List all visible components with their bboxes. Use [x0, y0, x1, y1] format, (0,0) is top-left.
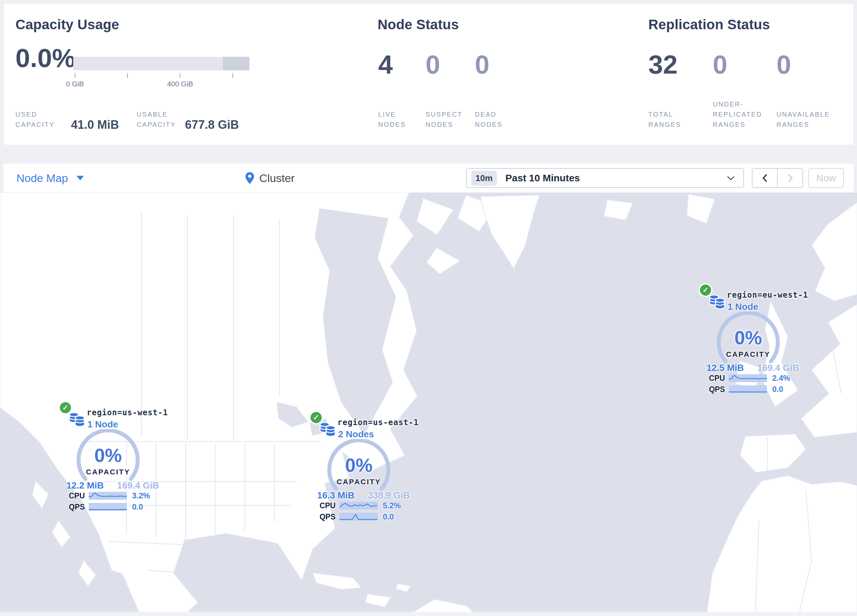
now-button[interactable]: Now	[808, 168, 844, 188]
locality-region-label: region=eu-west-1	[727, 290, 808, 300]
time-range-select[interactable]: 10m Past 10 Minutes	[466, 168, 744, 188]
view-selector-dropdown[interactable]: Node Map	[16, 164, 84, 193]
capacity-usage-bar	[73, 57, 249, 70]
axis-tick-label-400: 400 GiB	[157, 80, 203, 88]
total-capacity: 338.9 GiB	[367, 490, 410, 501]
locality-node-count: 1 Node	[87, 419, 118, 430]
locality-node-count: 1 Node	[727, 302, 758, 312]
time-range-value: Past 10 Minutes	[505, 173, 727, 184]
qps-label: QPS	[67, 503, 85, 511]
locality-marker-eu-west-1[interactable]: region=eu-west-1 1 Node 0% CAPACITY 12.5…	[700, 284, 802, 398]
qps-value: 0.0	[772, 385, 783, 394]
locality-node-count: 2 Nodes	[338, 429, 374, 440]
time-pager	[752, 168, 803, 188]
cpu-sparkline	[89, 492, 127, 500]
total-capacity: 169.4 GiB	[116, 480, 159, 491]
total-ranges-count: 32	[648, 49, 678, 80]
cpu-label: CPU	[707, 374, 725, 383]
total-capacity: 169.4 GiB	[756, 363, 799, 373]
live-nodes-count: 4	[378, 49, 393, 80]
used-capacity-value: 41.0 MiB	[71, 118, 119, 132]
capacity-label: CAPACITY	[715, 350, 781, 359]
cpu-value: 3.2%	[132, 491, 150, 500]
map-toolbar: Node Map Cluster 10m Past 10 Minutes	[3, 164, 854, 193]
capacity-percent: 0%	[326, 454, 392, 476]
suspect-nodes-label: SUSPECT NODES	[425, 110, 475, 130]
chevron-right-icon	[787, 174, 793, 182]
locality-marker-us-east-1[interactable]: region=us-east-1 2 Nodes 0% CAPACITY 16.…	[311, 412, 412, 525]
time-range-badge: 10m	[471, 171, 497, 185]
qps-value: 0.0	[132, 502, 143, 511]
under-replicated-label: UNDER-REPLICATED RANGES	[713, 99, 771, 130]
axis-tick	[232, 73, 233, 78]
breadcrumb-label: Cluster	[259, 172, 295, 185]
locality-region-label: region=us-east-1	[337, 418, 419, 427]
view-selector-label: Node Map	[16, 172, 68, 185]
capacity-percent: 0%	[715, 327, 781, 349]
under-replicated-count: 0	[713, 49, 727, 80]
total-ranges-label: TOTAL RANGES	[648, 110, 695, 130]
cpu-sparkline	[729, 374, 767, 382]
capacity-usage-title: Capacity Usage	[15, 17, 119, 32]
chevron-down-icon	[77, 176, 84, 181]
capacity-percent: 0.0%	[15, 43, 75, 73]
live-nodes-label: LIVE NODES	[378, 110, 418, 130]
unavailable-ranges-count: 0	[777, 49, 791, 80]
prev-time-button[interactable]	[752, 169, 777, 187]
cpu-label: CPU	[67, 491, 85, 500]
axis-tick-label-0: 0 GiB	[52, 80, 98, 88]
cpu-sparkline	[339, 502, 377, 509]
dead-nodes-count: 0	[475, 49, 490, 80]
database-stack-icon	[68, 411, 86, 427]
locality-marker-us-west-1[interactable]: region=us-west-1 1 Node 0% CAPACITY 12.2…	[60, 402, 162, 516]
replication-status-title: Replication Status	[648, 17, 770, 32]
database-stack-icon	[708, 294, 726, 309]
axis-tick	[180, 73, 180, 78]
qps-sparkline	[89, 503, 127, 511]
breadcrumb[interactable]: Cluster	[245, 164, 295, 193]
used-capacity: 12.2 MiB	[67, 480, 104, 491]
map-edge	[0, 612, 857, 616]
database-stack-icon	[319, 421, 337, 437]
qps-label: QPS	[317, 513, 336, 521]
axis-tick	[74, 73, 75, 78]
dead-nodes-label: DEAD NODES	[475, 110, 514, 130]
capacity-label: CAPACITY	[75, 468, 141, 476]
locality-region-label: region=us-west-1	[87, 408, 168, 417]
capacity-bar-dark-segment	[223, 57, 249, 70]
usable-capacity-value: 677.8 GiB	[185, 118, 239, 132]
qps-value: 0.0	[383, 512, 394, 521]
location-pin-icon	[245, 171, 255, 185]
next-time-button[interactable]	[777, 169, 803, 187]
cluster-overview-page: Capacity Usage 0.0% 0 GiB 400 GiB USED C…	[0, 0, 857, 616]
used-capacity: 12.5 MiB	[707, 363, 744, 373]
used-capacity-label: USED CAPACITY	[15, 110, 60, 130]
capacity-label: CAPACITY	[326, 478, 392, 486]
capacity-percent: 0%	[75, 444, 141, 466]
qps-sparkline	[339, 513, 377, 521]
suspect-nodes-count: 0	[425, 49, 440, 80]
cluster-summary-panel: Capacity Usage 0.0% 0 GiB 400 GiB USED C…	[3, 3, 854, 145]
node-status-title: Node Status	[377, 17, 459, 32]
used-capacity: 16.3 MiB	[317, 490, 354, 501]
usable-capacity-label: USABLE CAPACITY	[137, 110, 186, 130]
unavailable-ranges-label: UNAVAILABLE RANGES	[777, 110, 847, 130]
chevron-left-icon	[762, 174, 768, 182]
qps-label: QPS	[707, 385, 725, 394]
cpu-value: 5.2%	[383, 501, 401, 510]
axis-tick	[127, 73, 128, 78]
chevron-down-icon	[727, 176, 735, 181]
cpu-value: 2.4%	[772, 374, 790, 383]
qps-sparkline	[729, 385, 767, 393]
cpu-label: CPU	[317, 501, 336, 510]
